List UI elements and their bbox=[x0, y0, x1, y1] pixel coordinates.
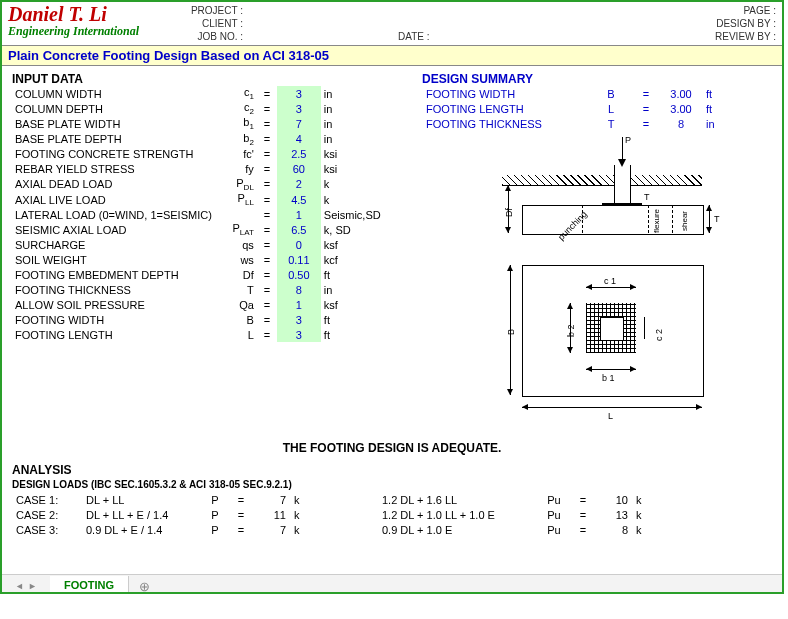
input-value[interactable]: 7 bbox=[277, 116, 321, 131]
input-desc: FOOTING THICKNESS bbox=[12, 282, 215, 297]
Pu-symbol: Pu bbox=[536, 522, 572, 537]
input-value[interactable]: 2.5 bbox=[277, 147, 321, 162]
P-value: 7 bbox=[252, 522, 290, 537]
equals: = bbox=[257, 312, 277, 327]
header-block: Daniel T. Li Engineering International P… bbox=[2, 2, 782, 43]
input-row: AXIAL LIVE LOADPLL=4.5k bbox=[12, 192, 417, 207]
equals: = bbox=[572, 492, 594, 507]
equals: = bbox=[257, 177, 277, 192]
input-symbol: c1 bbox=[215, 86, 257, 101]
input-unit: ksf bbox=[321, 237, 417, 252]
input-value[interactable]: 4 bbox=[277, 132, 321, 147]
input-value[interactable]: 1 bbox=[277, 297, 321, 312]
tab-add-button[interactable]: ⊕ bbox=[129, 579, 160, 594]
input-unit: in bbox=[321, 101, 417, 116]
input-value[interactable]: 4.5 bbox=[277, 192, 321, 207]
Pu-symbol: Pu bbox=[536, 507, 572, 522]
equals: = bbox=[257, 267, 277, 282]
input-symbol: PLL bbox=[215, 192, 257, 207]
input-unit: ft bbox=[321, 312, 417, 327]
sum-unit: ft bbox=[702, 101, 732, 116]
input-value[interactable]: 0 bbox=[277, 237, 321, 252]
tab-footing[interactable]: FOOTING bbox=[50, 576, 129, 594]
input-unit: in bbox=[321, 86, 417, 101]
input-symbol: fy bbox=[215, 162, 257, 177]
input-row: COLUMN DEPTHc2=3in bbox=[12, 101, 417, 116]
equals: = bbox=[632, 116, 660, 131]
input-value[interactable]: 0.50 bbox=[277, 267, 321, 282]
sum-symbol: L bbox=[590, 101, 632, 116]
equals: = bbox=[230, 522, 252, 537]
input-row: FOOTING CONCRETE STRENGTHfc'=2.5ksi bbox=[12, 147, 417, 162]
equals: = bbox=[230, 492, 252, 507]
sum-desc: FOOTING WIDTH bbox=[422, 86, 590, 101]
input-unit: in bbox=[321, 116, 417, 131]
service-combo: DL + LL + E / 1.4 bbox=[82, 507, 200, 522]
input-value[interactable]: 0.11 bbox=[277, 252, 321, 267]
load-case-row: CASE 2:DL + LL + E / 1.4P=11k1.2 DL + 1.… bbox=[12, 507, 660, 522]
input-desc: BASE PLATE WIDTH bbox=[12, 116, 215, 131]
input-desc: BASE PLATE DEPTH bbox=[12, 132, 215, 147]
diag-flexure-label: flexure bbox=[652, 209, 661, 233]
input-unit: Seismic,SD bbox=[321, 207, 417, 222]
factored-combo: 1.2 DL + 1.0 LL + 1.0 E bbox=[378, 507, 536, 522]
adequacy-note: THE FOOTING DESIGN IS ADEQUATE. bbox=[12, 435, 772, 459]
diag-b2-label: b 2 bbox=[566, 324, 576, 337]
logo-subtitle: Engineering International bbox=[8, 24, 178, 39]
input-symbol: T bbox=[215, 282, 257, 297]
input-desc: SOIL WEIGHT bbox=[12, 252, 215, 267]
input-desc: LATERAL LOAD (0=WIND, 1=SEISMIC) bbox=[12, 207, 215, 222]
tab-first-icon[interactable]: ◄ bbox=[15, 581, 24, 591]
equals: = bbox=[257, 327, 277, 342]
meta-mid: DATE : bbox=[398, 4, 606, 43]
input-value[interactable]: 6.5 bbox=[277, 222, 321, 237]
input-row: COLUMN WIDTHc1=3in bbox=[12, 86, 417, 101]
input-unit: ft bbox=[321, 327, 417, 342]
summary-row: FOOTING LENGTHL=3.00ft bbox=[422, 101, 732, 116]
input-value[interactable]: 3 bbox=[277, 86, 321, 101]
tab-last-icon[interactable]: ► bbox=[28, 581, 37, 591]
diag-c2-label: c 2 bbox=[654, 329, 664, 341]
input-row: BASE PLATE DEPTHb2=4in bbox=[12, 132, 417, 147]
project-label: PROJECT : bbox=[178, 4, 243, 17]
input-value[interactable]: 60 bbox=[277, 162, 321, 177]
input-symbol: ws bbox=[215, 252, 257, 267]
input-value[interactable]: 3 bbox=[277, 327, 321, 342]
input-row: ALLOW SOIL PRESSUREQa=1ksf bbox=[12, 297, 417, 312]
summary-table: FOOTING WIDTHB=3.00ftFOOTING LENGTHL=3.0… bbox=[422, 86, 732, 131]
equals: = bbox=[257, 222, 277, 237]
P-value: 7 bbox=[252, 492, 290, 507]
input-desc: FOOTING EMBEDMENT DEPTH bbox=[12, 267, 215, 282]
case-label: CASE 1: bbox=[12, 492, 82, 507]
input-value[interactable]: 3 bbox=[277, 101, 321, 116]
equals: = bbox=[257, 162, 277, 177]
input-value[interactable]: 1 bbox=[277, 207, 321, 222]
input-symbol bbox=[215, 207, 257, 222]
input-desc: COLUMN DEPTH bbox=[12, 101, 215, 116]
P-symbol: P bbox=[200, 522, 230, 537]
design-loads-heading: DESIGN LOADS (IBC SEC.1605.3.2 & ACI 318… bbox=[12, 479, 772, 490]
input-desc: FOOTING WIDTH bbox=[12, 312, 215, 327]
input-value[interactable]: 3 bbox=[277, 312, 321, 327]
jobno-label: JOB NO. : bbox=[178, 30, 243, 43]
P-unit: k bbox=[290, 522, 378, 537]
Pu-unit: k bbox=[632, 522, 660, 537]
input-desc: ALLOW SOIL PRESSURE bbox=[12, 297, 215, 312]
equals: = bbox=[257, 147, 277, 162]
summary-row: FOOTING THICKNESST=8in bbox=[422, 116, 732, 131]
input-symbol: b2 bbox=[215, 132, 257, 147]
tab-nav-arrows[interactable]: ◄ ► bbox=[2, 581, 50, 591]
load-case-row: CASE 3:0.9 DL + E / 1.4P=7k0.9 DL + 1.0 … bbox=[12, 522, 660, 537]
summary-heading: DESIGN SUMMARY bbox=[422, 72, 772, 86]
input-row: SURCHARGEqs=0ksf bbox=[12, 237, 417, 252]
meta-right: PAGE : DESIGN BY : REVIEW BY : bbox=[606, 4, 776, 43]
input-unit: in bbox=[321, 132, 417, 147]
input-desc: REBAR YIELD STRESS bbox=[12, 162, 215, 177]
equals: = bbox=[257, 282, 277, 297]
input-value[interactable]: 8 bbox=[277, 282, 321, 297]
input-value[interactable]: 2 bbox=[277, 177, 321, 192]
input-symbol: b1 bbox=[215, 116, 257, 131]
input-row: REBAR YIELD STRESSfy=60ksi bbox=[12, 162, 417, 177]
diag-b1-label: b 1 bbox=[602, 373, 615, 383]
input-symbol: B bbox=[215, 312, 257, 327]
